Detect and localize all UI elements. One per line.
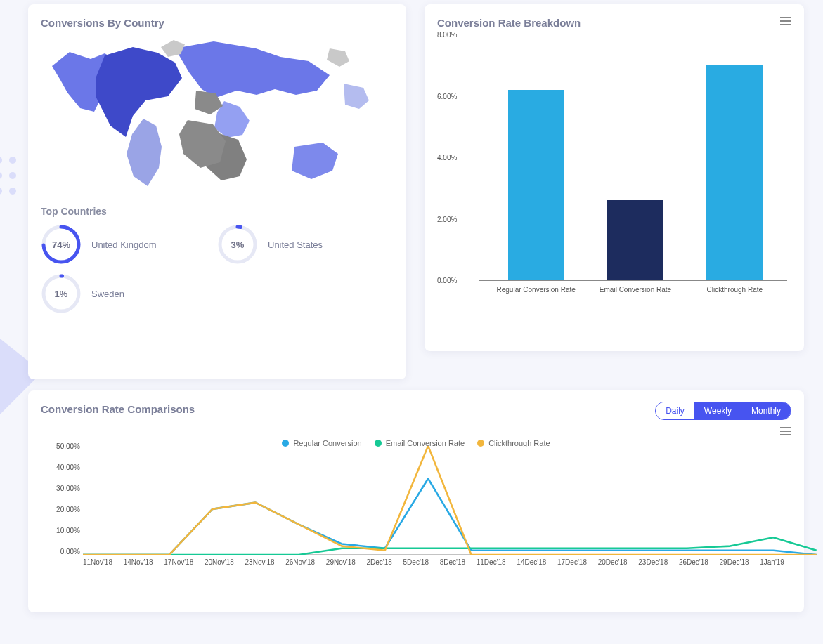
country-pct: 1% (41, 273, 82, 314)
x-axis-tick-label: 1Jan'19 (760, 558, 784, 566)
svg-point-2 (0, 172, 2, 179)
y-axis-tick-label: 10.00% (56, 527, 80, 534)
series-line[interactable] (83, 479, 817, 556)
x-axis-tick-label: 17Dec'18 (557, 558, 587, 566)
x-axis-tick-label: 20Nov'18 (205, 558, 234, 566)
conversion-comparisons-linechart: 0.00%10.00%20.00%30.00%40.00%50.00% 11No… (41, 439, 791, 593)
series-line[interactable] (83, 446, 817, 555)
conversions-by-country-card: Conversions By Country To (28, 4, 406, 379)
top-countries-heading: Top Countries (41, 206, 394, 217)
toggle-weekly[interactable]: Weekly (694, 402, 741, 419)
x-axis-tick-label: 29Dec'18 (720, 558, 749, 566)
bar[interactable] (607, 200, 663, 280)
y-axis-tick-label: 20.00% (56, 506, 80, 513)
bar[interactable] (508, 90, 564, 280)
country-pct: 3% (217, 224, 258, 265)
svg-point-3 (9, 172, 16, 179)
series-line[interactable] (83, 537, 817, 555)
conversion-rate-comparisons-card: Conversion Rate Comparisons Daily Weekly… (28, 390, 804, 612)
x-axis-tick-label: 26Dec'18 (679, 558, 708, 566)
period-toggle: Daily Weekly Monthly (655, 402, 791, 420)
x-axis-tick-label: Email Conversion Rate (593, 286, 678, 294)
x-axis-tick-label: 26Nov'18 (285, 558, 315, 566)
country-item: 3% United States (217, 224, 387, 265)
card-title: Conversions By Country (41, 17, 394, 29)
toggle-monthly[interactable]: Monthly (741, 402, 791, 419)
svg-point-0 (0, 157, 2, 164)
x-axis-tick-label: 8Dec'18 (440, 558, 465, 566)
y-axis-tick-label: 2.00% (437, 215, 457, 223)
country-name: United Kingdom (91, 239, 157, 250)
x-axis-tick-label: 29Nov'18 (326, 558, 356, 566)
y-axis-tick-label: 0.00% (437, 277, 457, 284)
conversion-breakdown-barchart: 0.00%2.00%4.00%6.00%8.00% Regular Conver… (437, 34, 791, 315)
y-axis-tick-label: 50.00% (56, 442, 80, 450)
world-map[interactable] (41, 34, 394, 196)
country-name: United States (268, 239, 323, 250)
x-axis-tick-label: 14Dec'18 (517, 558, 546, 566)
y-axis-tick-label: 4.00% (437, 154, 457, 162)
country-donut: 1% (41, 273, 82, 314)
country-item: 74% United Kingdom (41, 224, 210, 265)
country-name: Sweden (91, 289, 124, 299)
conversion-rate-breakdown-card: Conversion Rate Breakdown 0.00%2.00%4.00… (425, 4, 804, 351)
x-axis-tick-label: 23Dec'18 (638, 558, 668, 566)
x-axis-tick-label: Clickthrough Rate (692, 286, 777, 294)
y-axis-tick-label: 8.00% (437, 31, 457, 39)
y-axis-tick-label: 30.00% (56, 485, 80, 492)
x-axis-tick-label: 5Dec'18 (403, 558, 429, 566)
top-countries-list: 74% United Kingdom 3% United States 1% S… (41, 224, 394, 314)
x-axis-tick-label: 23Nov'18 (245, 558, 275, 566)
country-donut: 74% (41, 224, 82, 265)
x-axis-tick-label: 17Nov'18 (164, 558, 193, 566)
country-item: 1% Sweden (41, 273, 210, 314)
y-axis-tick-label: 40.00% (56, 464, 80, 471)
country-pct: 74% (41, 224, 82, 265)
svg-point-5 (9, 188, 16, 195)
chart-menu-icon[interactable] (780, 17, 791, 25)
card-title: Conversion Rate Breakdown (437, 17, 791, 29)
x-axis-tick-label: 11Dec'18 (477, 558, 506, 566)
x-axis-tick-label: Regular Conversion Rate (494, 286, 578, 294)
toggle-daily[interactable]: Daily (656, 402, 694, 419)
country-donut: 3% (217, 224, 258, 265)
svg-point-4 (0, 188, 2, 195)
bg-dots-icon (0, 155, 21, 204)
svg-point-1 (9, 157, 16, 164)
x-axis-tick-label: 14Nov'18 (124, 558, 153, 566)
x-axis-tick-label: 20Dec'18 (598, 558, 628, 566)
y-axis-tick-label: 0.00% (60, 548, 80, 556)
x-axis-tick-label: 2Dec'18 (366, 558, 391, 566)
y-axis-tick-label: 6.00% (437, 92, 457, 100)
bar[interactable] (706, 65, 763, 280)
chart-menu-icon[interactable] (780, 427, 791, 435)
x-axis-tick-label: 11Nov'18 (83, 558, 112, 566)
